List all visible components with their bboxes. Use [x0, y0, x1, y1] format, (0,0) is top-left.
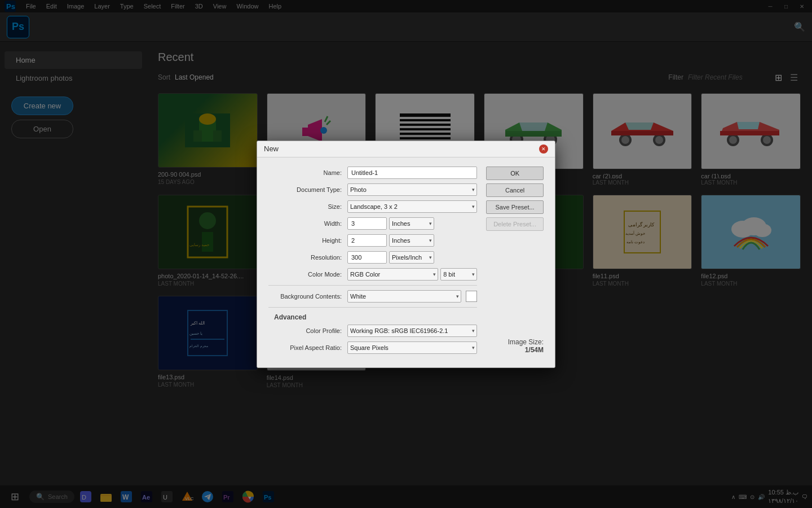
width-label: Width:: [268, 220, 347, 227]
width-input[interactable]: [347, 217, 387, 230]
color-profile-control: Working RGB: sRGB IEC61966-2.1: [347, 325, 477, 337]
resolution-input[interactable]: [347, 251, 387, 264]
width-row: Width: Inches Pixels cm: [268, 217, 477, 230]
name-control: [347, 167, 477, 179]
save-preset-button[interactable]: Save Preset...: [486, 200, 544, 214]
doc-type-select[interactable]: Photo Web Print: [347, 183, 477, 196]
color-bits-select[interactable]: 8 bit 16 bit 32 bit: [440, 268, 477, 281]
image-size-info: Image Size: 1/54M: [486, 334, 544, 358]
advanced-label: Advanced: [268, 313, 477, 321]
delete-preset-button: Delete Preset...: [486, 217, 544, 231]
color-profile-select[interactable]: Working RGB: sRGB IEC61966-2.1: [347, 325, 477, 337]
color-profile-row: Color Profile: Working RGB: sRGB IEC6196…: [268, 325, 477, 337]
bg-contents-row: Background Contents: White Background Co…: [268, 290, 477, 303]
width-unit-select[interactable]: Inches Pixels cm: [389, 217, 434, 230]
dialog-titlebar: New ✕: [257, 141, 555, 157]
dialog-close-button[interactable]: ✕: [539, 144, 548, 154]
bg-color-swatch[interactable]: [466, 291, 477, 302]
modal-overlay: New ✕ Name: Document Type:: [0, 0, 812, 508]
width-control: Inches Pixels cm: [347, 217, 477, 230]
color-mode-control: RGB Color CMYK Color Grayscale 8 bit 16 …: [347, 268, 477, 281]
height-input[interactable]: [347, 234, 387, 247]
height-label: Height:: [268, 237, 347, 244]
name-label: Name:: [268, 169, 347, 176]
pixel-aspect-select[interactable]: Square Pixels D1/DV NTSC: [347, 341, 477, 354]
cancel-button[interactable]: Cancel: [486, 183, 544, 197]
size-control: Landscape, 3 x 2 Portrait, 2 x 3: [347, 200, 477, 213]
name-row: Name:: [268, 167, 477, 179]
divider2: [268, 307, 477, 308]
size-select[interactable]: Landscape, 3 x 2 Portrait, 2 x 3: [347, 200, 477, 213]
doc-type-row: Document Type: Photo Web Print: [268, 183, 477, 196]
bg-contents-label: Background Contents:: [268, 293, 347, 300]
divider: [268, 285, 477, 286]
doc-type-label: Document Type:: [268, 186, 347, 193]
size-row: Size: Landscape, 3 x 2 Portrait, 2 x 3: [268, 200, 477, 213]
resolution-label: Resolution:: [268, 254, 347, 261]
image-size-label: Image Size:: [486, 338, 544, 346]
dialog-buttons: OK Cancel Save Preset... Delete Preset..…: [486, 167, 544, 358]
new-document-dialog: New ✕ Name: Document Type:: [257, 141, 555, 368]
height-unit-select[interactable]: Inches Pixels cm: [389, 234, 434, 247]
color-mode-label: Color Mode:: [268, 271, 347, 278]
dialog-body: Name: Document Type: Photo Web Print: [257, 157, 555, 367]
resolution-control: Pixels/Inch Pixels/cm: [347, 251, 477, 264]
pixel-aspect-label: Pixel Aspect Ratio:: [268, 344, 347, 351]
color-mode-select[interactable]: RGB Color CMYK Color Grayscale: [347, 268, 438, 281]
image-size-value: 1/54M: [486, 346, 544, 354]
pixel-aspect-control: Square Pixels D1/DV NTSC: [347, 341, 477, 354]
bg-contents-control: White Background Color Transparent: [347, 290, 477, 303]
size-label: Size:: [268, 203, 347, 210]
pixel-aspect-row: Pixel Aspect Ratio: Square Pixels D1/DV …: [268, 341, 477, 354]
resolution-row: Resolution: Pixels/Inch Pixels/cm: [268, 251, 477, 264]
ok-button[interactable]: OK: [486, 167, 544, 180]
resolution-unit-select[interactable]: Pixels/Inch Pixels/cm: [389, 251, 434, 264]
color-mode-row: Color Mode: RGB Color CMYK Color Graysca…: [268, 268, 477, 281]
height-control: Inches Pixels cm: [347, 234, 477, 247]
bg-contents-select[interactable]: White Background Color Transparent: [347, 290, 461, 303]
height-row: Height: Inches Pixels cm: [268, 234, 477, 247]
doc-type-control: Photo Web Print: [347, 183, 477, 196]
dialog-title: New: [264, 144, 279, 153]
dialog-form: Name: Document Type: Photo Web Print: [268, 167, 477, 358]
color-profile-label: Color Profile:: [268, 327, 347, 334]
name-input[interactable]: [347, 167, 477, 179]
